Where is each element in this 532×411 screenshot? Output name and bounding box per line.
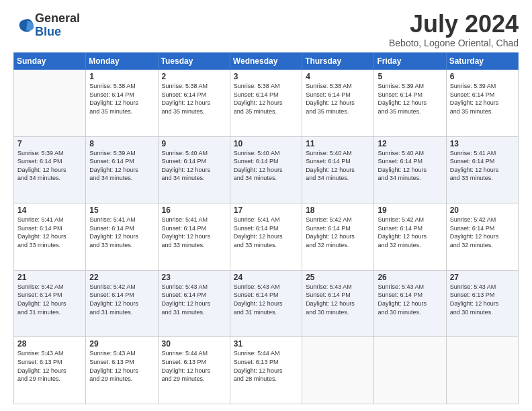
calendar-week-row: 7Sunrise: 5:39 AM Sunset: 6:14 PM Daylig… <box>14 136 519 203</box>
logo: General Blue <box>13 12 80 39</box>
day-info: Sunrise: 5:39 AM Sunset: 6:14 PM Dayligh… <box>450 82 515 116</box>
calendar-cell: 9Sunrise: 5:40 AM Sunset: 6:14 PM Daylig… <box>158 136 230 203</box>
day-info: Sunrise: 5:39 AM Sunset: 6:14 PM Dayligh… <box>378 82 442 116</box>
calendar: SundayMondayTuesdayWednesdayThursdayFrid… <box>13 52 519 404</box>
calendar-cell: 12Sunrise: 5:40 AM Sunset: 6:14 PM Dayli… <box>374 136 446 203</box>
day-info: Sunrise: 5:38 AM Sunset: 6:14 PM Dayligh… <box>234 82 298 116</box>
day-info: Sunrise: 5:38 AM Sunset: 6:14 PM Dayligh… <box>162 82 226 116</box>
day-info: Sunrise: 5:43 AM Sunset: 6:13 PM Dayligh… <box>450 283 515 316</box>
location: Beboto, Logone Oriental, Chad <box>389 38 519 48</box>
day-number: 24 <box>234 273 298 282</box>
calendar-cell: 15Sunrise: 5:41 AM Sunset: 6:14 PM Dayli… <box>86 203 158 271</box>
day-info: Sunrise: 5:44 AM Sunset: 6:13 PM Dayligh… <box>234 349 298 383</box>
day-number: 18 <box>306 205 370 215</box>
day-number: 11 <box>306 139 370 148</box>
calendar-week-row: 14Sunrise: 5:41 AM Sunset: 6:14 PM Dayli… <box>14 203 519 271</box>
day-number: 28 <box>17 339 82 349</box>
calendar-cell: 20Sunrise: 5:42 AM Sunset: 6:14 PM Dayli… <box>446 203 518 271</box>
day-info: Sunrise: 5:43 AM Sunset: 6:14 PM Dayligh… <box>378 283 442 316</box>
calendar-cell: 1Sunrise: 5:38 AM Sunset: 6:14 PM Daylig… <box>86 70 158 137</box>
day-number: 2 <box>162 72 226 81</box>
day-number: 21 <box>17 273 82 282</box>
day-info: Sunrise: 5:42 AM Sunset: 6:14 PM Dayligh… <box>450 216 515 249</box>
logo-icon <box>16 16 35 35</box>
day-info: Sunrise: 5:44 AM Sunset: 6:13 PM Dayligh… <box>162 349 226 383</box>
calendar-cell: 26Sunrise: 5:43 AM Sunset: 6:14 PM Dayli… <box>374 270 446 337</box>
day-info: Sunrise: 5:39 AM Sunset: 6:14 PM Dayligh… <box>17 149 82 183</box>
day-number: 29 <box>89 339 154 349</box>
calendar-cell: 29Sunrise: 5:43 AM Sunset: 6:13 PM Dayli… <box>86 337 158 404</box>
calendar-cell: 25Sunrise: 5:43 AM Sunset: 6:14 PM Dayli… <box>302 270 374 337</box>
day-number: 9 <box>162 139 226 148</box>
day-header-monday: Monday <box>86 53 158 70</box>
day-number: 26 <box>378 273 442 282</box>
day-number: 1 <box>89 72 154 81</box>
day-number: 23 <box>162 273 226 282</box>
day-number: 20 <box>450 205 515 215</box>
day-info: Sunrise: 5:39 AM Sunset: 6:14 PM Dayligh… <box>89 149 154 183</box>
day-info: Sunrise: 5:40 AM Sunset: 6:14 PM Dayligh… <box>162 149 226 183</box>
calendar-cell: 23Sunrise: 5:43 AM Sunset: 6:14 PM Dayli… <box>158 270 230 337</box>
calendar-cell: 3Sunrise: 5:38 AM Sunset: 6:14 PM Daylig… <box>230 70 302 137</box>
day-header-sunday: Sunday <box>14 53 86 70</box>
day-info: Sunrise: 5:40 AM Sunset: 6:14 PM Dayligh… <box>378 149 442 183</box>
logo-text: General Blue <box>35 12 80 39</box>
calendar-cell: 28Sunrise: 5:43 AM Sunset: 6:13 PM Dayli… <box>14 337 86 404</box>
day-number: 14 <box>17 205 82 215</box>
day-number: 15 <box>89 205 154 215</box>
day-number: 5 <box>378 72 442 81</box>
calendar-cell <box>374 337 446 404</box>
calendar-cell: 10Sunrise: 5:40 AM Sunset: 6:14 PM Dayli… <box>230 136 302 203</box>
day-number: 30 <box>162 339 226 349</box>
calendar-cell: 16Sunrise: 5:41 AM Sunset: 6:14 PM Dayli… <box>158 203 230 271</box>
day-info: Sunrise: 5:41 AM Sunset: 6:14 PM Dayligh… <box>234 216 298 249</box>
calendar-cell: 24Sunrise: 5:43 AM Sunset: 6:14 PM Dayli… <box>230 270 302 337</box>
logo-general: General <box>35 12 80 26</box>
logo-blue: Blue <box>35 26 80 39</box>
calendar-cell: 6Sunrise: 5:39 AM Sunset: 6:14 PM Daylig… <box>446 70 518 137</box>
day-info: Sunrise: 5:42 AM Sunset: 6:14 PM Dayligh… <box>89 283 154 316</box>
calendar-cell: 18Sunrise: 5:42 AM Sunset: 6:14 PM Dayli… <box>302 203 374 271</box>
day-header-thursday: Thursday <box>302 53 374 70</box>
calendar-cell: 4Sunrise: 5:38 AM Sunset: 6:14 PM Daylig… <box>302 70 374 137</box>
calendar-cell: 14Sunrise: 5:41 AM Sunset: 6:14 PM Dayli… <box>14 203 86 271</box>
day-header-tuesday: Tuesday <box>158 53 230 70</box>
calendar-cell: 11Sunrise: 5:40 AM Sunset: 6:14 PM Dayli… <box>302 136 374 203</box>
calendar-cell: 17Sunrise: 5:41 AM Sunset: 6:14 PM Dayli… <box>230 203 302 271</box>
month-title: July 2024 <box>389 12 519 36</box>
day-number: 6 <box>450 72 515 81</box>
day-info: Sunrise: 5:41 AM Sunset: 6:14 PM Dayligh… <box>89 216 154 249</box>
day-number: 31 <box>234 339 298 349</box>
calendar-cell: 27Sunrise: 5:43 AM Sunset: 6:13 PM Dayli… <box>446 270 518 337</box>
day-info: Sunrise: 5:40 AM Sunset: 6:14 PM Dayligh… <box>234 149 298 183</box>
day-info: Sunrise: 5:40 AM Sunset: 6:14 PM Dayligh… <box>306 149 370 183</box>
day-info: Sunrise: 5:43 AM Sunset: 6:13 PM Dayligh… <box>89 349 154 383</box>
calendar-week-row: 1Sunrise: 5:38 AM Sunset: 6:14 PM Daylig… <box>14 70 519 137</box>
calendar-cell: 2Sunrise: 5:38 AM Sunset: 6:14 PM Daylig… <box>158 70 230 137</box>
calendar-cell: 8Sunrise: 5:39 AM Sunset: 6:14 PM Daylig… <box>86 136 158 203</box>
calendar-cell: 5Sunrise: 5:39 AM Sunset: 6:14 PM Daylig… <box>374 70 446 137</box>
calendar-week-row: 21Sunrise: 5:42 AM Sunset: 6:14 PM Dayli… <box>14 270 519 337</box>
day-number: 3 <box>234 72 298 81</box>
day-number: 4 <box>306 72 370 81</box>
day-number: 27 <box>450 273 515 282</box>
calendar-cell: 22Sunrise: 5:42 AM Sunset: 6:14 PM Dayli… <box>86 270 158 337</box>
day-number: 17 <box>234 205 298 215</box>
calendar-cell: 21Sunrise: 5:42 AM Sunset: 6:14 PM Dayli… <box>14 270 86 337</box>
day-number: 10 <box>234 139 298 148</box>
day-number: 19 <box>378 205 442 215</box>
calendar-cell: 31Sunrise: 5:44 AM Sunset: 6:13 PM Dayli… <box>230 337 302 404</box>
day-info: Sunrise: 5:43 AM Sunset: 6:14 PM Dayligh… <box>306 283 370 316</box>
calendar-cell: 30Sunrise: 5:44 AM Sunset: 6:13 PM Dayli… <box>158 337 230 404</box>
day-info: Sunrise: 5:42 AM Sunset: 6:14 PM Dayligh… <box>17 283 82 316</box>
page: General Blue July 2024 Beboto, Logone Or… <box>0 0 532 411</box>
calendar-cell: 13Sunrise: 5:41 AM Sunset: 6:14 PM Dayli… <box>446 136 518 203</box>
day-header-friday: Friday <box>374 53 446 70</box>
calendar-cell: 19Sunrise: 5:42 AM Sunset: 6:14 PM Dayli… <box>374 203 446 271</box>
day-header-wednesday: Wednesday <box>230 53 302 70</box>
header: General Blue July 2024 Beboto, Logone Or… <box>13 12 519 48</box>
calendar-cell: 7Sunrise: 5:39 AM Sunset: 6:14 PM Daylig… <box>14 136 86 203</box>
calendar-cell <box>14 70 86 137</box>
calendar-header-row: SundayMondayTuesdayWednesdayThursdayFrid… <box>14 53 519 70</box>
day-info: Sunrise: 5:43 AM Sunset: 6:14 PM Dayligh… <box>162 283 226 316</box>
